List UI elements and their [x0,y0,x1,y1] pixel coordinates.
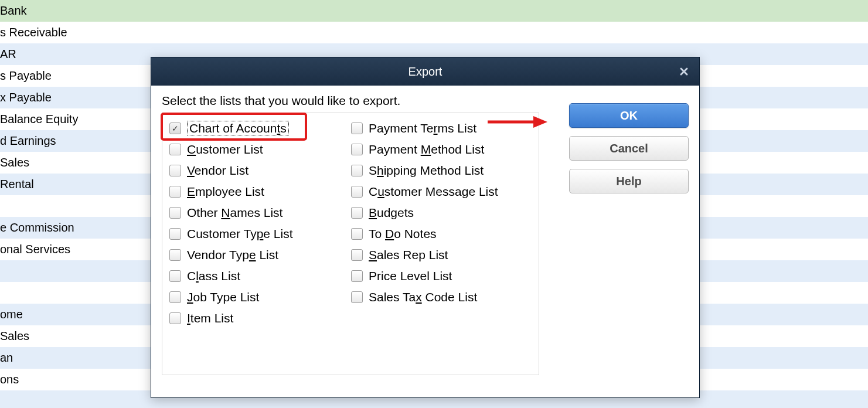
checkbox-label-customer-list[interactable]: Customer List [187,142,263,157]
checkbox-budgets[interactable]: ✓ [351,207,363,219]
cancel-button[interactable]: Cancel [569,136,689,161]
checkbox-shipping-method-list[interactable]: ✓ [351,165,363,176]
checkbox-payment-method-list[interactable]: ✓ [351,144,363,155]
checkbox-row-employee-list: ✓Employee List [169,181,344,202]
close-icon[interactable] [676,63,692,80]
lists-frame: ✓Chart of Accounts✓Customer List✓Vendor … [162,113,539,375]
checkbox-customer-type-list[interactable]: ✓ [169,228,181,240]
checkbox-label-customer-type-list[interactable]: Customer Type List [187,227,293,241]
checkbox-row-vendor-list: ✓Vendor List [169,160,344,181]
checkbox-row-payment-terms-list: ✓Payment Terms List [351,118,532,139]
checkbox-row-chart-of-accounts: ✓Chart of Accounts [169,118,344,139]
help-button[interactable]: Help [569,169,689,193]
dialog-titlebar: Export [151,57,699,86]
account-row[interactable]: Bank [0,0,868,22]
ok-button[interactable]: OK [569,103,689,128]
checkbox-label-sales-rep-list[interactable]: Sales Rep List [369,248,448,262]
checkbox-label-job-type-list[interactable]: Job Type List [187,290,259,304]
checkbox-row-sales-tax-code-list: ✓Sales Tax Code List [351,287,532,308]
checkbox-row-to-do-notes: ✓To Do Notes [351,223,532,244]
checkbox-job-type-list[interactable]: ✓ [169,291,181,303]
checkbox-employee-list[interactable]: ✓ [169,186,181,198]
checkbox-row-other-names-list: ✓Other Names List [169,202,344,223]
checkbox-row-job-type-list: ✓Job Type List [169,287,344,308]
checkbox-price-level-list[interactable]: ✓ [351,270,363,282]
dialog-title: Export [409,65,442,79]
checkbox-row-vendor-type-list: ✓Vendor Type List [169,244,344,266]
checkbox-vendor-list[interactable]: ✓ [169,165,181,176]
checkbox-row-customer-type-list: ✓Customer Type List [169,223,344,244]
checkbox-column-left: ✓Chart of Accounts✓Customer List✓Vendor … [162,118,344,329]
checkbox-label-price-level-list[interactable]: Price Level List [369,269,452,283]
dialog-button-column: OK Cancel Help [569,103,689,193]
checkbox-label-payment-method-list[interactable]: Payment Method List [369,142,484,157]
checkbox-label-budgets[interactable]: Budgets [369,206,414,220]
checkbox-item-list[interactable]: ✓ [169,312,181,324]
checkbox-label-item-list[interactable]: Item List [187,311,233,325]
checkbox-row-shipping-method-list: ✓Shipping Method List [351,160,532,181]
checkbox-label-employee-list[interactable]: Employee List [187,185,264,199]
checkbox-label-other-names-list[interactable]: Other Names List [187,206,282,220]
checkbox-label-shipping-method-list[interactable]: Shipping Method List [369,164,484,178]
checkbox-class-list[interactable]: ✓ [169,270,181,282]
checkbox-sales-tax-code-list[interactable]: ✓ [351,291,363,303]
checkbox-label-sales-tax-code-list[interactable]: Sales Tax Code List [369,290,477,304]
checkbox-row-price-level-list: ✓Price Level List [351,266,532,287]
account-row[interactable]: s Receivable [0,22,868,43]
checkbox-row-class-list: ✓Class List [169,266,344,287]
checkbox-label-chart-of-accounts[interactable]: Chart of Accounts [187,121,289,135]
checkbox-label-payment-terms-list[interactable]: Payment Terms List [369,121,476,135]
checkbox-row-item-list: ✓Item List [169,308,344,329]
checkbox-column-right: ✓Payment Terms List✓Payment Method List✓… [344,118,532,329]
checkbox-label-vendor-list[interactable]: Vendor List [187,164,249,178]
checkbox-label-to-do-notes[interactable]: To Do Notes [369,227,437,241]
checkbox-label-customer-message-list[interactable]: Customer Message List [369,185,498,199]
checkbox-customer-list[interactable]: ✓ [169,144,181,155]
checkbox-sales-rep-list[interactable]: ✓ [351,249,363,261]
checkbox-label-class-list[interactable]: Class List [187,269,240,283]
checkbox-row-payment-method-list: ✓Payment Method List [351,139,532,160]
checkbox-chart-of-accounts[interactable]: ✓ [169,123,181,134]
checkbox-row-customer-list: ✓Customer List [169,139,344,160]
checkbox-to-do-notes[interactable]: ✓ [351,228,363,240]
checkbox-row-sales-rep-list: ✓Sales Rep List [351,244,532,266]
checkbox-customer-message-list[interactable]: ✓ [351,186,363,198]
export-dialog: Export Select the lists that you would l… [151,57,700,398]
checkbox-row-customer-message-list: ✓Customer Message List [351,181,532,202]
checkbox-row-budgets: ✓Budgets [351,202,532,223]
checkbox-other-names-list[interactable]: ✓ [169,207,181,219]
checkbox-label-vendor-type-list[interactable]: Vendor Type List [187,248,278,262]
checkbox-payment-terms-list[interactable]: ✓ [351,123,363,134]
checkbox-vendor-type-list[interactable]: ✓ [169,249,181,261]
